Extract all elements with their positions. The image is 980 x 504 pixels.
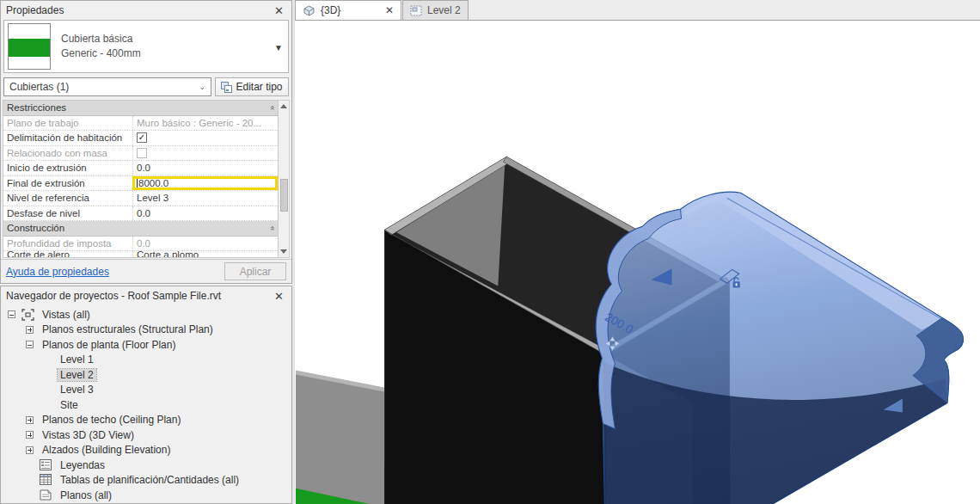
revit-window: Propiedades ✕ Cubierta básica Generic - …: [0, 0, 980, 504]
family-icon: [21, 503, 35, 504]
view-tab-level-2[interactable]: Level 2: [402, 0, 469, 20]
views-icon: [21, 309, 35, 321]
view-tab-label: {3D}: [321, 4, 340, 16]
scroll-thumb[interactable]: [280, 179, 288, 212]
property-value-text: Level 3: [137, 193, 168, 203]
expander-slot: [22, 416, 40, 424]
property-value[interactable]: 8000.0: [132, 176, 278, 191]
grid-scrollbar[interactable]: [279, 100, 290, 258]
type-text: Cubierta básica Generic - 400mm: [61, 32, 141, 61]
property-value[interactable]: Corte a plomo: [132, 251, 278, 258]
tree-item-site[interactable]: Site: [1, 397, 291, 413]
project-browser-tree: Vistas (all)Planos estructurales (Struct…: [1, 305, 291, 503]
property-value-text: Corte a plomo: [137, 251, 199, 258]
text-caret: [137, 178, 138, 188]
tree-item-level-3[interactable]: Level 3: [1, 383, 291, 398]
properties-title: Propiedades: [6, 4, 64, 16]
legend-icon: [40, 459, 53, 471]
tree-item-label: Level 2: [58, 369, 96, 381]
property-grid: Restricciones«Plano de trabajoMuro básic…: [3, 100, 279, 258]
expand-plus-icon[interactable]: [26, 416, 34, 424]
tree-item-label: Level 3: [58, 384, 96, 396]
floor-plan-icon: [410, 5, 422, 16]
tree-item-planos-de-planta-floor-plan[interactable]: Planos de planta (Floor Plan): [1, 337, 291, 353]
tree-item-label: Familias: [40, 503, 83, 504]
expand-plus-icon[interactable]: [8, 503, 15, 504]
property-value-text: 8000.0: [138, 178, 168, 188]
property-value[interactable]: 0.0: [132, 206, 278, 221]
close-icon[interactable]: ✕: [272, 291, 286, 302]
chevron-down-icon: ⌄: [199, 83, 205, 91]
element-filter-combo[interactable]: Cubiertas (1) ⌄: [3, 77, 211, 96]
property-row: Final de extrusión8000.0: [3, 176, 278, 192]
tree-item-vistas-all[interactable]: Vistas (all): [1, 307, 291, 323]
tree-item-label: Vistas 3D (3D View): [40, 429, 137, 441]
tree-item-alzados-building-elevation[interactable]: Alzados (Building Elevation): [1, 443, 291, 458]
tree-item-level-2[interactable]: Level 2: [1, 367, 291, 383]
close-icon[interactable]: ✕: [272, 5, 286, 16]
3d-scene: 200.0: [295, 21, 980, 504]
main-area: {3D}✕Level 2: [295, 0, 980, 504]
property-row: Corte de aleroCorte a plomo: [3, 251, 278, 258]
left-dock: Propiedades ✕ Cubierta básica Generic - …: [0, 0, 292, 504]
apply-button[interactable]: Aplicar: [224, 262, 286, 280]
edit-type-label: Editar tipo: [236, 81, 282, 93]
property-value[interactable]: Level 3: [132, 191, 278, 206]
tree-item-planos-estructurales-structural-plan[interactable]: Planos estructurales (Structural Plan): [1, 323, 291, 338]
collapse-section-icon[interactable]: «: [268, 106, 277, 109]
expand-plus-icon[interactable]: [26, 431, 34, 439]
property-row: Delimitación de habitación✓: [3, 131, 278, 146]
property-label: Nivel de referencia: [3, 193, 132, 203]
property-value-text: 0.0: [137, 208, 150, 218]
properties-titlebar: Propiedades ✕: [1, 1, 291, 20]
tree-item-label: Planos (all): [58, 489, 114, 501]
property-label: Relacionado con masa: [3, 148, 132, 158]
scroll-up-icon[interactable]: [279, 101, 289, 112]
edit-type-button[interactable]: Editar tipo: [215, 77, 289, 96]
expander-slot: [4, 503, 21, 504]
property-row: Relacionado con masa: [3, 146, 278, 162]
collapse-minus-icon[interactable]: [26, 341, 34, 348]
property-value[interactable]: 0.0: [132, 161, 278, 175]
checkbox-unchecked-icon[interactable]: [137, 148, 147, 158]
chevron-down-icon[interactable]: ▼: [274, 43, 283, 52]
property-grid-wrap: Restricciones«Plano de trabajoMuro básic…: [3, 100, 290, 258]
project-browser-panel: Navegador de proyectos - Roof Sample Fil…: [0, 286, 292, 504]
property-value[interactable]: ✓: [132, 131, 278, 145]
expand-plus-icon[interactable]: [26, 326, 34, 334]
expander-slot: [22, 431, 40, 439]
property-label: Desfase de nivel: [3, 208, 132, 218]
type-selector[interactable]: Cubierta básica Generic - 400mm ▼: [3, 20, 289, 73]
3d-viewport[interactable]: 200.0: [295, 21, 980, 504]
properties-footer: Ayuda de propiedades Aplicar: [1, 259, 291, 283]
tree-item-level-1[interactable]: Level 1: [1, 353, 291, 368]
tree-item-leyendas[interactable]: Leyendas: [1, 458, 291, 473]
tree-item-tablas-de-planificaci-n-cantidades-all[interactable]: Tablas de planificación/Cantidades (all): [1, 473, 291, 489]
type-name: Generic - 400mm: [61, 46, 141, 61]
scroll-down-icon[interactable]: [279, 246, 289, 257]
checkbox-checked-icon[interactable]: ✓: [137, 132, 147, 143]
tree-item-familias[interactable]: Familias: [1, 503, 291, 504]
property-value[interactable]: [132, 146, 278, 161]
expander-slot: [22, 341, 40, 348]
tree-item-vistas-3d-3d-view[interactable]: Vistas 3D (3D View): [1, 427, 291, 443]
close-tab-icon[interactable]: ✕: [385, 4, 394, 16]
property-row: Nivel de referenciaLevel 3: [3, 191, 278, 206]
property-value[interactable]: Muro básico : Generic - 20...: [132, 116, 278, 131]
tree-item-planos-de-techo-ceiling-plan[interactable]: Planos de techo (Ceiling Plan): [1, 413, 291, 428]
ground-plane-left: [296, 372, 384, 504]
tree-item-label: Leyendas: [58, 459, 107, 471]
property-value-text: Muro básico : Generic - 20...: [137, 118, 261, 128]
edit-type-icon: [221, 82, 232, 93]
properties-help-link[interactable]: Ayuda de propiedades: [6, 266, 109, 278]
tree-item-planos-all[interactable]: Planos (all): [1, 488, 291, 503]
view-tab-3d[interactable]: {3D}✕: [295, 0, 401, 20]
property-value[interactable]: 0.0: [132, 237, 278, 251]
collapse-minus-icon[interactable]: [8, 310, 15, 318]
collapse-section-icon[interactable]: «: [268, 226, 277, 230]
property-section-header: Construcción«: [3, 221, 278, 237]
type-swatch-band: [9, 39, 50, 57]
expand-plus-icon[interactable]: [26, 446, 34, 454]
home-3d-icon: [303, 5, 315, 16]
expander-slot: [22, 446, 40, 454]
